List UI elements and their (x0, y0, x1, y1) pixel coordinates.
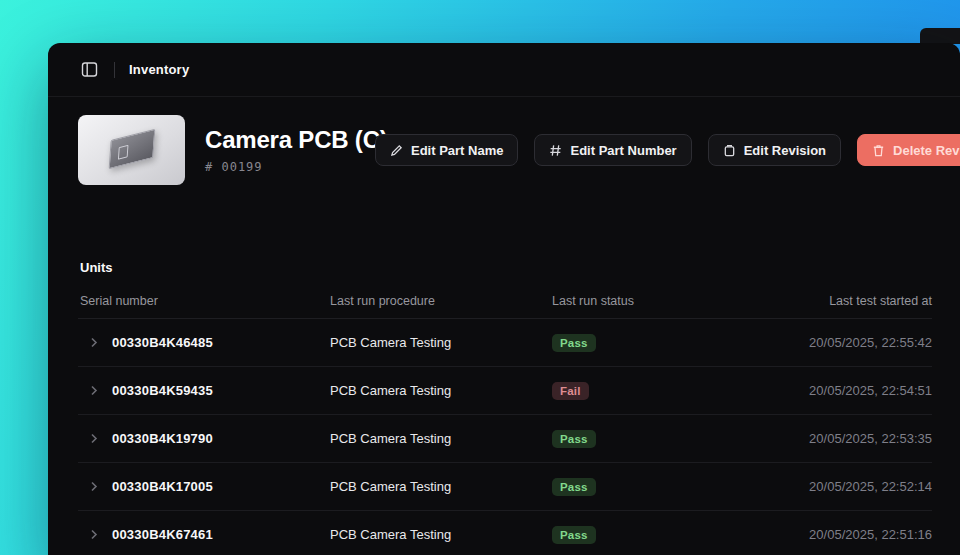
hash-icon (549, 144, 562, 157)
part-number: # 00199 (205, 160, 355, 174)
serial-number: 00330B4K17005 (112, 479, 213, 494)
table-header: Serial number Last run procedure Last ru… (78, 289, 932, 319)
pcb-image (109, 129, 156, 169)
table-row[interactable]: 00330B4K17005 PCB Camera Testing Pass 20… (78, 463, 932, 511)
sidebar-toggle-icon[interactable] (78, 59, 100, 81)
last-test-started-at: 20/05/2025, 22:53:35 (722, 431, 932, 446)
topbar-divider (114, 62, 115, 78)
column-last-run-status: Last run status (552, 294, 722, 308)
topbar: Inventory (48, 43, 960, 97)
last-run-procedure: PCB Camera Testing (330, 527, 552, 542)
last-run-procedure: PCB Camera Testing (330, 431, 552, 446)
column-last-test-started-at: Last test started at (722, 294, 932, 308)
trash-icon (872, 144, 885, 157)
delete-revision-button[interactable]: Delete Revision (857, 134, 960, 166)
last-run-procedure: PCB Camera Testing (330, 335, 552, 350)
chevron-right-icon[interactable] (90, 433, 98, 444)
last-run-procedure: PCB Camera Testing (330, 383, 552, 398)
serial-number: 00330B4K59435 (112, 383, 213, 398)
table-body: 00330B4K46485 PCB Camera Testing Pass 20… (78, 319, 932, 555)
status-badge: Pass (552, 478, 596, 496)
part-titles: Camera PCB (C) # 00199 (205, 126, 355, 174)
column-last-run-procedure: Last run procedure (330, 294, 552, 308)
breadcrumb: Inventory (129, 62, 189, 77)
chevron-right-icon[interactable] (90, 337, 98, 348)
background-window-edge (920, 28, 960, 44)
last-test-started-at: 20/05/2025, 22:51:16 (722, 527, 932, 542)
edit-part-number-label: Edit Part Number (570, 143, 676, 158)
edit-revision-button[interactable]: Edit Revision (708, 134, 841, 166)
edit-revision-label: Edit Revision (744, 143, 826, 158)
pencil-icon (390, 144, 403, 157)
clipboard-icon (723, 144, 736, 157)
status-badge: Pass (552, 526, 596, 544)
serial-number: 00330B4K67461 (112, 527, 213, 542)
page-title: Camera PCB (C) (205, 126, 355, 154)
last-run-procedure: PCB Camera Testing (330, 479, 552, 494)
header-actions: Edit Part Name Edit Part Number (375, 134, 960, 166)
column-serial-number: Serial number (78, 294, 330, 308)
status-badge: Pass (552, 334, 596, 352)
edit-part-name-button[interactable]: Edit Part Name (375, 134, 518, 166)
last-test-started-at: 20/05/2025, 22:55:42 (722, 335, 932, 350)
edit-part-name-label: Edit Part Name (411, 143, 503, 158)
units-section: Units Serial number Last run procedure L… (78, 260, 932, 555)
status-badge: Fail (552, 382, 589, 400)
app-window: Inventory Camera PCB (C) # 00199 Edit Pa… (48, 43, 960, 555)
units-title: Units (80, 260, 932, 275)
status-badge: Pass (552, 430, 596, 448)
last-test-started-at: 20/05/2025, 22:52:14 (722, 479, 932, 494)
table-row[interactable]: 00330B4K59435 PCB Camera Testing Fail 20… (78, 367, 932, 415)
delete-revision-label: Delete Revision (893, 143, 960, 158)
serial-number: 00330B4K46485 (112, 335, 213, 350)
chevron-right-icon[interactable] (90, 481, 98, 492)
last-test-started-at: 20/05/2025, 22:54:51 (722, 383, 932, 398)
table-row[interactable]: 00330B4K19790 PCB Camera Testing Pass 20… (78, 415, 932, 463)
edit-part-number-button[interactable]: Edit Part Number (534, 134, 691, 166)
part-header: Camera PCB (C) # 00199 Edit Part Name (78, 115, 932, 185)
table-row[interactable]: 00330B4K46485 PCB Camera Testing Pass 20… (78, 319, 932, 367)
part-thumbnail (78, 115, 185, 185)
chevron-right-icon[interactable] (90, 529, 98, 540)
serial-number: 00330B4K19790 (112, 431, 213, 446)
chevron-right-icon[interactable] (90, 385, 98, 396)
table-row[interactable]: 00330B4K67461 PCB Camera Testing Pass 20… (78, 511, 932, 555)
